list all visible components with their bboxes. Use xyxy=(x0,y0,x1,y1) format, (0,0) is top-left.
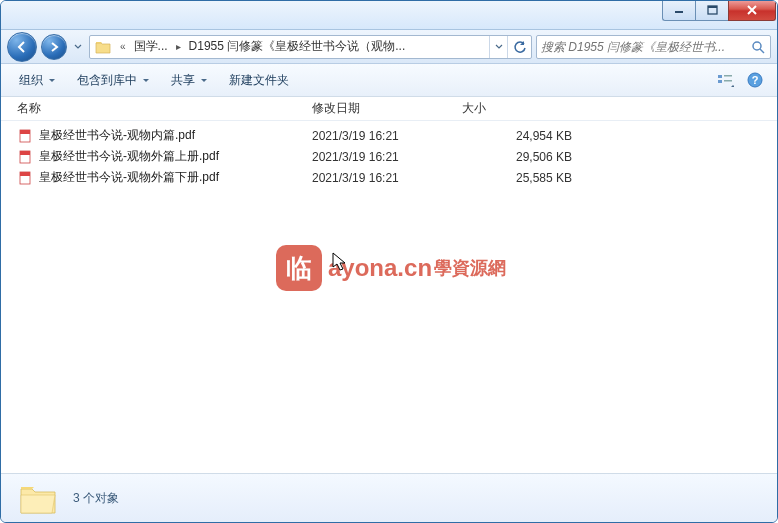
pdf-icon xyxy=(17,149,33,165)
svg-rect-2 xyxy=(708,6,717,8)
file-size: 24,954 KB xyxy=(462,129,572,143)
close-button[interactable] xyxy=(728,0,776,21)
title-bar xyxy=(1,1,777,30)
content-area: 名称 修改日期 大小 皇极经世书今说-观物内篇.pdf 2021/3/19 16… xyxy=(1,97,777,473)
search-input[interactable] xyxy=(541,40,750,54)
address-bar[interactable]: « 国学... ▸ D1955 闫修篆《皇极经世书今说（观物... xyxy=(89,35,532,59)
file-name: 皇极经世书今说-观物外篇下册.pdf xyxy=(39,169,312,186)
forward-arrow-icon xyxy=(47,40,61,54)
column-header-name[interactable]: 名称 xyxy=(17,100,312,117)
minimize-icon xyxy=(674,5,684,15)
column-headers: 名称 修改日期 大小 xyxy=(1,97,777,121)
svg-rect-5 xyxy=(724,75,732,77)
breadcrumb-segment[interactable]: 国学... xyxy=(132,38,170,55)
view-icon xyxy=(716,72,734,88)
status-text: 3 个对象 xyxy=(73,490,119,507)
file-list: 皇极经世书今说-观物内篇.pdf 2021/3/19 16:21 24,954 … xyxy=(1,121,777,473)
file-name: 皇极经世书今说-观物内篇.pdf xyxy=(39,127,312,144)
chevron-left-icon: « xyxy=(116,41,130,52)
svg-rect-6 xyxy=(718,80,722,83)
svg-rect-13 xyxy=(20,151,30,155)
maximize-icon xyxy=(707,5,718,15)
chevron-right-icon: ▸ xyxy=(172,41,185,52)
folder-large-icon xyxy=(17,480,59,516)
new-folder-button[interactable]: 新建文件夹 xyxy=(221,68,297,93)
file-date: 2021/3/19 16:21 xyxy=(312,171,462,185)
folder-icon xyxy=(93,37,113,57)
toolbar: 组织 包含到库中 共享 新建文件夹 ? xyxy=(1,64,777,97)
svg-rect-0 xyxy=(675,11,683,13)
back-arrow-icon xyxy=(14,39,30,55)
file-size: 29,506 KB xyxy=(462,150,572,164)
column-header-size[interactable]: 大小 xyxy=(462,100,582,117)
svg-rect-4 xyxy=(718,75,722,78)
address-dropdown[interactable] xyxy=(489,36,507,58)
refresh-icon xyxy=(513,40,527,54)
search-box[interactable] xyxy=(536,35,771,59)
caption-buttons xyxy=(662,0,776,21)
svg-point-3 xyxy=(753,42,761,50)
pdf-icon xyxy=(17,170,33,186)
file-row[interactable]: 皇极经世书今说-观物外篇上册.pdf 2021/3/19 16:21 29,50… xyxy=(17,146,777,167)
file-date: 2021/3/19 16:21 xyxy=(312,150,462,164)
breadcrumb[interactable]: « 国学... ▸ D1955 闫修篆《皇极经世书今说（观物... xyxy=(116,38,489,55)
svg-rect-7 xyxy=(724,80,732,82)
file-row[interactable]: 皇极经世书今说-观物外篇下册.pdf 2021/3/19 16:21 25,58… xyxy=(17,167,777,188)
pdf-icon xyxy=(17,128,33,144)
column-header-modified[interactable]: 修改日期 xyxy=(312,100,462,117)
search-icon[interactable] xyxy=(750,40,766,54)
svg-rect-15 xyxy=(20,172,30,176)
file-name: 皇极经世书今说-观物外篇上册.pdf xyxy=(39,148,312,165)
file-date: 2021/3/19 16:21 xyxy=(312,129,462,143)
share-button[interactable]: 共享 xyxy=(163,68,215,93)
status-bar: 3 个对象 xyxy=(1,473,777,522)
refresh-button[interactable] xyxy=(507,36,531,58)
view-options-button[interactable] xyxy=(713,68,737,92)
include-library-button[interactable]: 包含到库中 xyxy=(69,68,157,93)
forward-button[interactable] xyxy=(41,34,67,60)
organize-button[interactable]: 组织 xyxy=(11,68,63,93)
back-button[interactable] xyxy=(7,32,37,62)
breadcrumb-segment[interactable]: D1955 闫修篆《皇极经世书今说（观物... xyxy=(187,38,408,55)
nav-history-dropdown[interactable] xyxy=(71,44,85,50)
chevron-down-icon xyxy=(74,44,82,50)
minimize-button[interactable] xyxy=(662,0,695,21)
help-button[interactable]: ? xyxy=(743,68,767,92)
file-row[interactable]: 皇极经世书今说-观物内篇.pdf 2021/3/19 16:21 24,954 … xyxy=(17,125,777,146)
file-size: 25,585 KB xyxy=(462,171,572,185)
help-icon: ? xyxy=(747,72,763,88)
svg-text:?: ? xyxy=(752,74,759,86)
svg-rect-11 xyxy=(20,130,30,134)
chevron-down-icon xyxy=(495,44,503,50)
close-icon xyxy=(746,5,758,15)
maximize-button[interactable] xyxy=(695,0,728,21)
nav-bar: « 国学... ▸ D1955 闫修篆《皇极经世书今说（观物... xyxy=(1,30,777,64)
explorer-window: « 国学... ▸ D1955 闫修篆《皇极经世书今说（观物... 组织 包含到… xyxy=(0,0,778,523)
